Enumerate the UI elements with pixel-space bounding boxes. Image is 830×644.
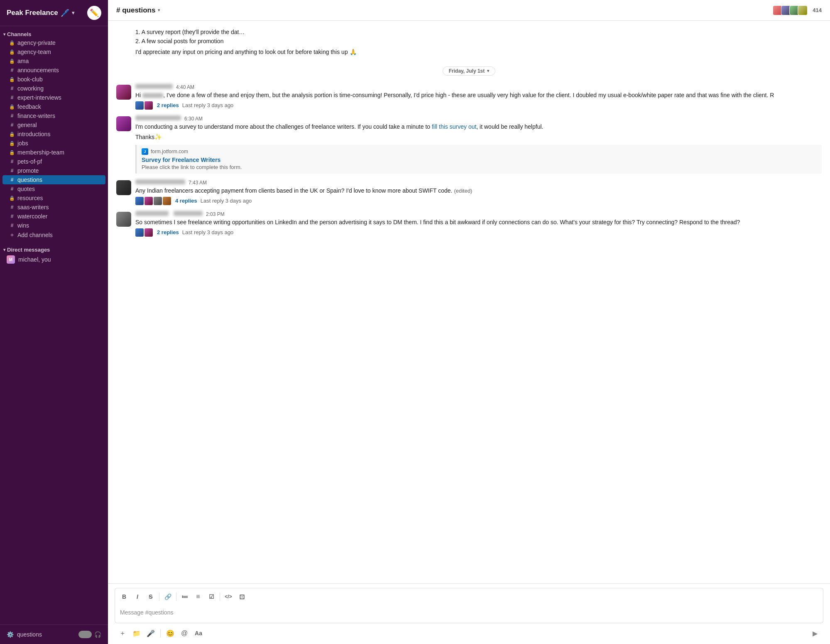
reply-last: Last reply 3 days ago	[201, 198, 252, 204]
sidebar-item-expert-interviews[interactable]: # expert-interviews	[2, 93, 105, 102]
sidebar-item-announcements[interactable]: # announcements	[2, 66, 105, 75]
date-chevron: ▾	[487, 69, 489, 73]
sidebar-item-agency-private[interactable]: 🔒 agency-private	[2, 38, 105, 47]
date-badge[interactable]: Friday, July 1st ▾	[443, 66, 495, 76]
channel-name: quotes	[17, 186, 35, 192]
sidebar-item-questions[interactable]: # questions	[2, 175, 105, 184]
reply-avatars	[135, 197, 172, 205]
link-preview: J form.jotform.com Survey for Freelance …	[135, 145, 822, 174]
toolbar-divider	[220, 593, 220, 601]
avatar	[116, 180, 131, 195]
hash-icon: #	[9, 204, 15, 210]
channel-name: questions	[17, 176, 42, 183]
hash-icon: #	[9, 95, 15, 100]
sidebar: Peak Freelance 🖊️ ▾ ✏️ ▾ Channels 🔒 agen…	[0, 0, 108, 644]
reply-bar[interactable]: 4 replies Last reply 3 days ago	[135, 197, 822, 205]
sidebar-item-finance-writers[interactable]: # finance-writers	[2, 111, 105, 120]
sidebar-item-resources[interactable]: 🔒 resources	[2, 193, 105, 203]
dm-name: michael, you	[18, 256, 51, 263]
strikethrough-button[interactable]: S	[145, 591, 157, 602]
sidebar-item-ama[interactable]: 🔒 ama	[2, 56, 105, 66]
format-button[interactable]: Aa	[192, 627, 205, 639]
preview-title[interactable]: Survey for Freelance Writers	[142, 157, 817, 163]
reply-count[interactable]: 2 replies	[157, 102, 179, 108]
reply-avatar	[144, 101, 153, 110]
reply-bar[interactable]: 2 replies Last reply 3 days ago	[135, 101, 822, 110]
compose-button[interactable]: ✏️	[87, 6, 101, 20]
sidebar-item-saas-writers[interactable]: # saas-writers	[2, 203, 105, 212]
channels-section-header[interactable]: ▾ Channels	[0, 30, 108, 38]
channel-name: resources	[17, 195, 43, 201]
sidebar-item-general[interactable]: # general	[2, 120, 105, 130]
italic-button[interactable]: I	[132, 591, 143, 602]
audio-button[interactable]: 🎤	[144, 627, 157, 639]
link-preview-source: J form.jotform.com	[142, 148, 817, 155]
message-input[interactable]: Message #questions	[115, 605, 823, 623]
emoji-button[interactable]: 😊	[164, 627, 176, 639]
gear-icon: ⚙️	[7, 631, 14, 638]
send-button[interactable]: ▶	[808, 627, 822, 640]
sidebar-item-introductions[interactable]: 🔒 introductions	[2, 130, 105, 139]
dm-section-header[interactable]: ▾ Direct messages	[0, 246, 108, 254]
sidebar-item-feedback[interactable]: 🔒 feedback	[2, 102, 105, 111]
add-channels-button[interactable]: ＋ Add channels	[2, 230, 105, 240]
message-time: 4:40 AM	[176, 84, 194, 90]
lock-icon: 🔒	[9, 196, 15, 201]
code-button[interactable]: </>	[223, 591, 234, 602]
workspace-title[interactable]: Peak Freelance 🖊️ ▾	[7, 9, 74, 17]
lock-icon: 🔒	[9, 59, 15, 64]
checklist-button[interactable]: ☑	[206, 591, 217, 602]
block-button[interactable]: ⊡	[236, 591, 247, 602]
message-body: 2:03 PM So sometimes I see freelance wri…	[135, 211, 822, 237]
toggle-switch[interactable]	[78, 631, 92, 638]
hash-icon: #	[9, 223, 15, 228]
avatar	[116, 85, 131, 100]
message-header: 7:43 AM	[135, 179, 822, 186]
headphones-icon: 🎧	[94, 631, 101, 638]
sidebar-item-coworking[interactable]: # coworking	[2, 84, 105, 93]
dm-item-michael[interactable]: M michael, you	[0, 254, 108, 265]
message-group: 2:03 PM So sometimes I see freelance wri…	[116, 209, 822, 238]
channel-name: promote	[17, 167, 39, 174]
sidebar-item-agency-team[interactable]: 🔒 agency-team	[2, 47, 105, 56]
message-header: 2:03 PM	[135, 211, 822, 217]
sidebar-item-watercooler[interactable]: # watercooler	[2, 212, 105, 221]
reply-avatar	[144, 228, 153, 237]
attachment-button[interactable]: 📁	[130, 627, 143, 639]
channel-name: wins	[17, 222, 29, 229]
reply-count[interactable]: 2 replies	[157, 229, 179, 235]
channel-title-text: # questions	[116, 6, 155, 15]
bold-button[interactable]: B	[118, 591, 130, 602]
survey-link[interactable]: fill this survey out	[432, 123, 476, 130]
sidebar-item-quotes[interactable]: # quotes	[2, 184, 105, 193]
plus-icon: ＋	[9, 231, 15, 239]
sender-name-2	[174, 211, 203, 216]
bullet-list-button[interactable]: ≡	[192, 591, 204, 602]
sidebar-bottom-questions[interactable]: ⚙️ questions 🎧	[0, 628, 108, 641]
sidebar-item-promote[interactable]: # promote	[2, 166, 105, 175]
link-button[interactable]: 🔗	[162, 591, 174, 602]
ordered-list-button[interactable]: ≔	[179, 591, 191, 602]
mention-button[interactable]: @	[178, 627, 191, 639]
sidebar-item-membership-team[interactable]: 🔒 membership-team	[2, 148, 105, 157]
sidebar-item-wins[interactable]: # wins	[2, 221, 105, 230]
sender-name	[135, 115, 181, 120]
channel-title[interactable]: # questions ▾	[116, 6, 160, 15]
reply-bar[interactable]: 2 replies Last reply 3 days ago	[135, 228, 822, 237]
toggle-area: 🎧	[78, 631, 101, 638]
reply-avatar	[135, 228, 144, 237]
lock-icon: 🔒	[9, 141, 15, 146]
sidebar-item-pets-of-pf[interactable]: # pets-of-pf	[2, 157, 105, 166]
sidebar-item-book-club[interactable]: 🔒 book-club	[2, 75, 105, 84]
member-avatars[interactable]	[773, 5, 808, 15]
lock-icon: 🔒	[9, 77, 15, 82]
reply-count[interactable]: 4 replies	[175, 198, 197, 204]
channel-name: announcements	[17, 67, 59, 73]
sidebar-item-jobs[interactable]: 🔒 jobs	[2, 139, 105, 148]
member-avatar	[798, 5, 808, 15]
message-input-area: B I S 🔗 ≔ ≡ ☑ </> ⊡ Message #questions ＋…	[108, 583, 830, 644]
channel-name: ama	[17, 58, 29, 64]
message-header: 4:40 AM	[135, 84, 822, 90]
channel-header: # questions ▾ 414	[108, 0, 830, 21]
add-button[interactable]: ＋	[116, 627, 129, 639]
